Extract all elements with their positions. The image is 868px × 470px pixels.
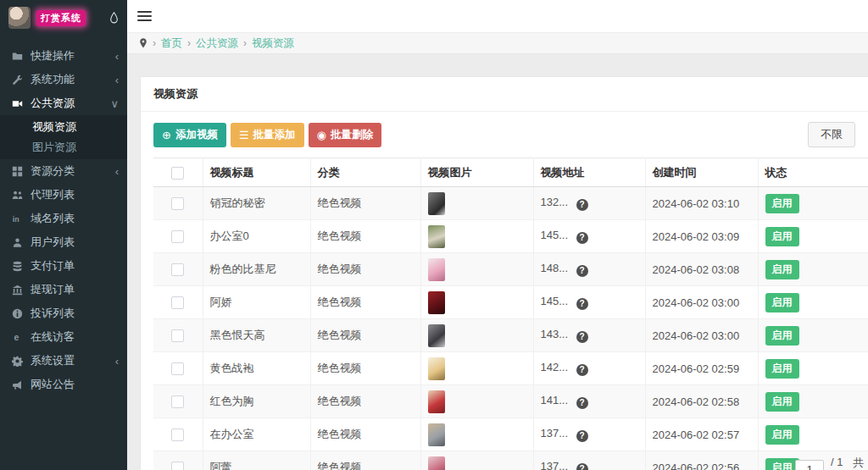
video-title: 红色为胸 xyxy=(203,385,310,418)
video-address: 145... xyxy=(541,229,569,241)
video-thumbnail[interactable] xyxy=(428,423,445,446)
svg-text:in: in xyxy=(13,214,19,223)
video-thumbnail[interactable] xyxy=(428,258,445,281)
question-circle-icon[interactable]: ? xyxy=(576,265,588,277)
sidebar-item-user-list[interactable]: 用户列表 xyxy=(0,230,127,254)
top-navbar xyxy=(127,0,868,32)
page-title: 视频资源 xyxy=(141,77,868,112)
question-circle-icon[interactable]: ? xyxy=(576,331,588,343)
table-row: 黄色战袍 绝色视频 142... ? 2024-06-02 02:59 启用 xyxy=(153,352,868,385)
sidebar-item-resource-categories[interactable]: 资源分类 ‹ xyxy=(0,159,127,183)
user-icon xyxy=(12,237,31,248)
main-area: › 首页 › 公共资源 › 视频资源 视频资源 ⊕ 添加视频 ☰ 批量添加 xyxy=(127,0,868,470)
video-thumbnail[interactable] xyxy=(428,390,445,413)
question-circle-icon[interactable]: ? xyxy=(576,430,588,442)
brand-title: 打赏系统 xyxy=(36,10,86,26)
sidebar-item-public-resources[interactable]: 公共资源 ∨ xyxy=(0,91,127,115)
batch-delete-label: 批量删除 xyxy=(331,128,373,142)
sidebar-item-payment-orders[interactable]: 支付订单 xyxy=(0,254,127,278)
sidebar: 打赏系统 快捷操作 ‹ 系统功能 ‹ 公共资源 ∨ 视频资源 xyxy=(0,0,127,470)
video-thumbnail[interactable] xyxy=(428,225,445,248)
table-row: 销冠的秘密 绝色视频 132... ? 2024-06-02 03:10 启用 xyxy=(153,187,868,220)
row-checkbox[interactable] xyxy=(171,395,184,408)
video-title: 办公室0 xyxy=(203,220,310,253)
avatar[interactable] xyxy=(8,7,31,29)
users-icon xyxy=(12,190,31,201)
question-circle-icon[interactable]: ? xyxy=(576,397,588,409)
sidebar-item-online-visitors[interactable]: e 在线访客 xyxy=(0,325,127,349)
sidebar-item-label: 快捷操作 xyxy=(31,48,115,64)
table-row: 办公室0 绝色视频 145... ? 2024-06-02 03:09 启用 xyxy=(153,220,868,253)
row-checkbox[interactable] xyxy=(171,263,184,276)
video-category: 绝色视频 xyxy=(310,418,420,451)
breadcrumb-separator: › xyxy=(153,37,156,49)
breadcrumb-video-resources-link[interactable]: 视频资源 xyxy=(252,36,294,51)
video-category: 绝色视频 xyxy=(310,187,420,220)
row-checkbox[interactable] xyxy=(171,197,184,210)
header-image: 视频图片 xyxy=(420,158,533,187)
hamburger-menu-icon[interactable] xyxy=(137,8,152,24)
video-title: 阿蕾 xyxy=(203,451,310,470)
question-circle-icon[interactable]: ? xyxy=(576,364,588,376)
question-circle-icon[interactable]: ? xyxy=(576,463,588,470)
batch-delete-button[interactable]: ◉ 批量删除 xyxy=(309,123,381,147)
video-thumbnail[interactable] xyxy=(428,324,445,347)
question-circle-icon[interactable]: ? xyxy=(576,232,588,244)
map-pin-icon xyxy=(139,38,147,49)
sidebar-item-label: 资源分类 xyxy=(31,163,115,179)
video-thumbnail[interactable] xyxy=(428,192,445,215)
sidebar-item-label: 网站公告 xyxy=(31,377,119,392)
batch-add-button[interactable]: ☰ 批量添加 xyxy=(231,123,304,147)
row-checkbox[interactable] xyxy=(171,329,184,342)
sidebar-item-image-resources[interactable]: 图片资源 xyxy=(0,137,127,158)
video-thumbnail[interactable] xyxy=(428,357,445,380)
video-address: 132... xyxy=(541,196,569,208)
row-checkbox[interactable] xyxy=(171,362,184,375)
sidebar-item-withdrawal-orders[interactable]: 提现订单 xyxy=(0,278,127,301)
database-icon xyxy=(12,261,31,272)
sidebar-item-domain-list[interactable]: in 域名列表 xyxy=(0,207,127,230)
video-address: 137... xyxy=(541,460,569,470)
row-checkbox[interactable] xyxy=(171,462,184,470)
breadcrumb: › 首页 › 公共资源 › 视频资源 xyxy=(127,32,868,54)
question-circle-icon[interactable]: ? xyxy=(576,199,588,211)
sidebar-item-quick-actions[interactable]: 快捷操作 ‹ xyxy=(0,44,127,68)
video-address: 143... xyxy=(541,328,569,340)
sidebar-item-label: 系统功能 xyxy=(31,72,115,87)
sidebar-item-label: 提现订单 xyxy=(31,282,119,297)
video-title: 黑色恨天高 xyxy=(203,319,310,352)
plus-circle-icon: ⊕ xyxy=(162,130,171,141)
table-row: 粉色的比基尼 绝色视频 148... ? 2024-06-02 03:08 启用 xyxy=(153,253,868,286)
sidebar-item-site-announcement[interactable]: 网站公告 xyxy=(0,373,127,396)
row-checkbox[interactable] xyxy=(171,230,184,243)
table-container: 视频标题 分类 视频图片 视频地址 创建时间 状态 销冠的秘密 绝色视 xyxy=(153,158,868,470)
droplet-icon[interactable] xyxy=(109,12,119,24)
add-video-button[interactable]: ⊕ 添加视频 xyxy=(153,123,226,147)
header-category: 分类 xyxy=(310,158,420,187)
video-category: 绝色视频 xyxy=(310,253,420,286)
status-badge: 启用 xyxy=(765,326,799,346)
sidebar-item-system-settings[interactable]: 系统设置 ‹ xyxy=(0,349,127,373)
breadcrumb-public-resources-link[interactable]: 公共资源 xyxy=(196,36,238,51)
row-checkbox[interactable] xyxy=(171,296,184,309)
video-address: 137... xyxy=(541,427,569,440)
status-filter-dropdown[interactable]: 不限 xyxy=(808,122,855,147)
video-thumbnail[interactable] xyxy=(428,456,445,470)
info-circle-icon xyxy=(12,308,31,319)
breadcrumb-home-link[interactable]: 首页 xyxy=(161,36,182,51)
sidebar-item-agent-list[interactable]: 代理列表 xyxy=(0,183,127,207)
created-time: 2024-06-02 02:57 xyxy=(645,418,758,451)
question-circle-icon[interactable]: ? xyxy=(576,298,588,310)
video-category: 绝色视频 xyxy=(310,286,420,319)
sidebar-item-complaint-list[interactable]: 投诉列表 xyxy=(0,301,127,325)
row-checkbox[interactable] xyxy=(171,429,184,441)
select-all-checkbox[interactable] xyxy=(171,167,184,180)
header-created: 创建时间 xyxy=(645,158,758,187)
sidebar-item-video-resources[interactable]: 视频资源 xyxy=(0,117,127,137)
bank-icon xyxy=(12,285,31,296)
sidebar-item-system-functions[interactable]: 系统功能 ‹ xyxy=(0,68,127,91)
created-time: 2024-06-02 03:10 xyxy=(645,187,758,220)
video-thumbnail[interactable] xyxy=(428,291,445,314)
page-number-input[interactable] xyxy=(795,460,824,470)
sidebar-item-label: 代理列表 xyxy=(31,187,119,202)
